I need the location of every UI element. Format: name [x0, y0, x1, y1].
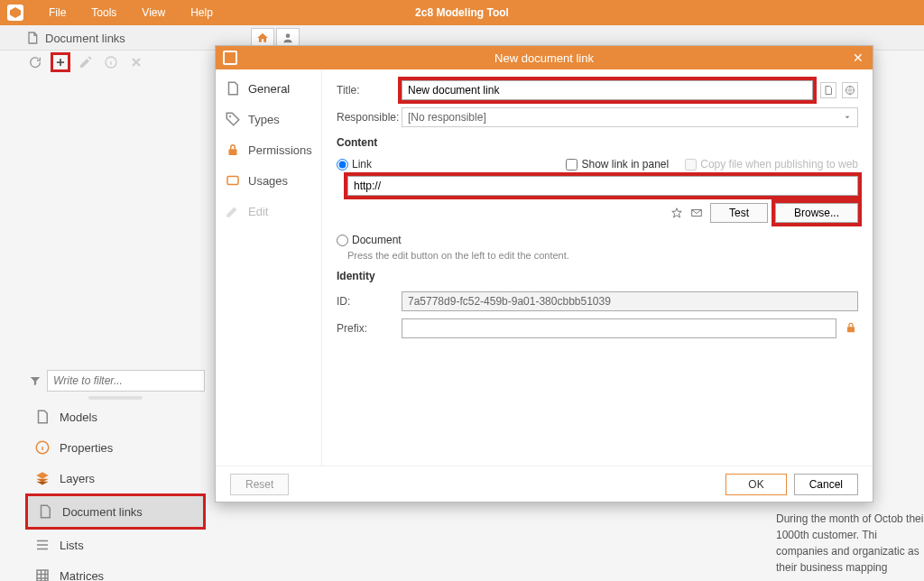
link-input[interactable] — [347, 176, 858, 196]
home-icon — [256, 32, 269, 44]
close-icon — [129, 55, 143, 69]
menu-help[interactable]: Help — [178, 6, 226, 19]
svg-point-3 — [229, 115, 231, 117]
dialog-nav-label: Permissions — [248, 143, 312, 157]
dialog-content: Title: Responsible: [No responsible] Con… — [322, 69, 873, 466]
delete-button[interactable] — [126, 52, 146, 72]
sidebar-item-models[interactable]: Models — [25, 401, 206, 432]
user-icon — [282, 32, 294, 44]
dialog-title-label: New document link — [494, 51, 594, 65]
filter-row — [29, 370, 205, 392]
show-panel-checkbox[interactable]: Show link in panel — [566, 158, 669, 171]
sidebar-item-label: Models — [60, 410, 97, 424]
document-icon — [823, 85, 834, 96]
add-button[interactable] — [51, 52, 70, 72]
filter-icon — [29, 374, 42, 387]
doc-extra-button[interactable] — [820, 82, 836, 98]
sidebar-item-label: Properties — [60, 441, 113, 455]
prefix-row: Prefix: — [337, 318, 858, 338]
show-panel-label: Show link in panel — [581, 158, 669, 171]
document-radio-label: Document — [352, 234, 402, 246]
tag-icon — [225, 111, 241, 127]
panel-title-label: Document links — [45, 32, 125, 45]
menu-tools[interactable]: Tools — [79, 6, 129, 19]
sidebar-item-label: Document links — [62, 505, 143, 519]
pencil-icon — [79, 55, 93, 69]
lock-icon — [844, 320, 858, 335]
document-icon — [34, 409, 51, 425]
link-input-wrap — [347, 176, 858, 196]
responsible-row: Responsible: [No responsible] — [337, 107, 858, 127]
cancel-button[interactable]: Cancel — [794, 474, 858, 495]
content-options: Link Show link in panel Copy file when p… — [337, 158, 858, 171]
copy-publish-checkbox: Copy file when publishing to web — [685, 158, 858, 171]
lock-icon — [225, 142, 241, 158]
list-icon — [34, 537, 51, 553]
app-title: 2c8 Modeling Tool — [415, 6, 509, 19]
dialog-nav-usages[interactable]: Usages — [216, 165, 321, 196]
sidebar-item-lists[interactable]: Lists — [25, 530, 206, 560]
dialog-logo-icon — [223, 51, 237, 65]
panel-title: Document links — [25, 27, 206, 52]
test-button[interactable]: Test — [710, 203, 768, 223]
reset-button[interactable]: Reset — [230, 474, 289, 495]
pencil-icon — [225, 203, 241, 219]
copy-publish-label: Copy file when publishing to web — [700, 158, 858, 171]
link-radio-input[interactable] — [337, 159, 348, 171]
mail-icon[interactable] — [690, 207, 703, 219]
sidebar-item-properties[interactable]: Properties — [25, 432, 206, 463]
browse-button[interactable]: Browse... — [775, 203, 858, 223]
plus-icon — [54, 55, 67, 69]
star-icon[interactable] — [670, 207, 683, 219]
show-panel-input[interactable] — [566, 159, 578, 171]
close-button[interactable]: ✕ — [853, 51, 864, 65]
svg-rect-5 — [227, 177, 238, 185]
menu-view[interactable]: View — [129, 6, 178, 19]
sidebar-item-label: Lists — [60, 539, 84, 552]
id-input — [402, 291, 858, 311]
globe-icon — [845, 85, 855, 96]
prefix-input[interactable] — [402, 318, 836, 338]
title-label: Title: — [337, 84, 402, 97]
filter-input[interactable] — [47, 370, 205, 392]
sidebar-item-label: Matrices — [60, 569, 104, 582]
prefix-label: Prefix: — [337, 322, 402, 335]
id-row: ID: — [337, 291, 858, 311]
sidebar-item-matrices[interactable]: Matrices — [25, 560, 206, 581]
dialog-nav: General Types Permissions Usages Edit — [216, 69, 322, 466]
sidebar-item-label: Layers — [60, 472, 95, 485]
svg-rect-4 — [229, 149, 237, 155]
ok-button[interactable]: OK — [725, 474, 786, 495]
menu-file[interactable]: File — [36, 6, 79, 19]
document-icon — [25, 31, 40, 45]
dialog-titlebar: New document link ✕ — [216, 46, 873, 69]
document-radio[interactable]: Document — [337, 234, 858, 246]
dialog-nav-permissions[interactable]: Permissions — [216, 134, 321, 165]
dialog-nav-general[interactable]: General — [216, 73, 321, 104]
title-input[interactable] — [402, 80, 813, 100]
globe-extra-button[interactable] — [842, 82, 858, 98]
dialog-nav-label: General — [248, 82, 290, 96]
svg-point-0 — [286, 33, 291, 38]
dialog-nav-types[interactable]: Types — [216, 104, 321, 134]
layers-icon — [34, 470, 51, 486]
dialog-nav-edit: Edit — [216, 196, 321, 226]
document-icon — [37, 503, 53, 520]
link-radio[interactable]: Link — [337, 158, 372, 171]
svg-rect-8 — [847, 327, 855, 332]
refresh-icon — [28, 55, 42, 69]
dialog-nav-label: Edit — [248, 205, 268, 218]
responsible-select[interactable]: [No responsible] — [402, 107, 858, 127]
id-label: ID: — [337, 295, 402, 308]
refresh-button[interactable] — [25, 52, 45, 72]
sidebar-item-layers[interactable]: Layers — [25, 463, 206, 493]
responsible-label: Responsible: — [337, 111, 402, 124]
info-button[interactable] — [101, 52, 121, 72]
title-row: Title: — [337, 80, 858, 100]
document-radio-input[interactable] — [337, 235, 348, 246]
lock-button[interactable] — [844, 320, 858, 337]
edit-button[interactable] — [76, 52, 96, 72]
responsible-value: [No responsible] — [408, 111, 486, 124]
app-logo-icon — [7, 5, 23, 21]
sidebar-item-document-links[interactable]: Document links — [25, 493, 206, 530]
